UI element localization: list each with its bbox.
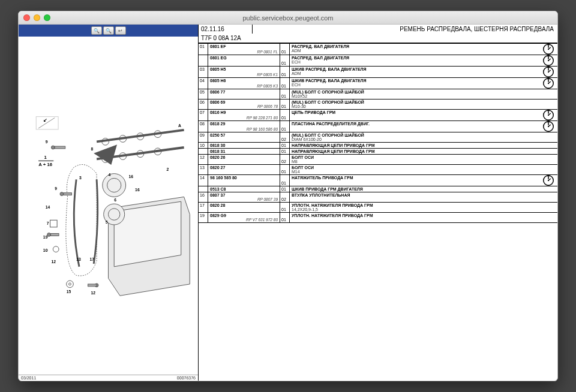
part-row[interactable]: 0818 31 01 НАПРАВЛЯЮЩАЯ ЦЕПИ ПРИВОДА ГРМ [199,149,557,155]
part-row[interactable]: 12 0820 26 02 БОЛТ ОСИ M8 [199,155,557,165]
svg-rect-23 [88,284,97,287]
svg-point-70 [548,114,549,116]
stopwatch-icon[interactable] [543,78,554,89]
part-qty: 01 [280,99,290,109]
part-row[interactable]: 04 0805 H6 RP 0805 K3 01 ШКИВ РАСПРЕД. В… [199,78,557,89]
zoom-in-button[interactable]: 🔍 [91,26,102,35]
part-number: 09 [199,132,208,142]
part-row[interactable]: 13 0820 27 01 БОЛТ ОСИ M14 [199,165,557,175]
part-stopwatch-cell [539,155,557,164]
svg-rect-75 [547,122,550,123]
part-qty: 01 [280,89,290,99]
part-ref: 0250 57 [210,133,278,137]
zoom-out-button[interactable]: 🔍 [103,26,114,35]
stopwatch-icon[interactable] [543,175,554,186]
stopwatch-icon[interactable] [543,121,554,132]
part-stopwatch-cell [539,121,557,132]
part-ref-cell: 0816 H9 RP 98 228 271 80 [208,110,280,120]
svg-text:12: 12 [51,260,56,264]
part-ref-cell: 0820 26 [208,155,280,164]
part-name: УПЛОТН. НАТЯЖИТЕЛЯ ПРИВОДА ГРМ [292,203,538,207]
reset-button[interactable]: ↩ [115,26,126,35]
part-qty: 01 [280,213,290,222]
part-stopwatch-cell [539,213,557,222]
part-spec: ADM [292,71,538,76]
part-row[interactable]: 08 0818 29 RP 98 160 586 80 01 ПЛАСТИНА … [199,121,557,132]
part-number: 14 [199,175,208,186]
diagram-footer: 03/2011 00076376 [19,375,198,381]
svg-rect-67 [547,79,550,80]
part-stopwatch-cell [539,110,557,120]
part-rp: RP 0806 78 [210,104,278,108]
part-desc-cell: (MUL) БОЛТ С ОПОРНОЙ ШАЙБОЙ M10X52 [290,89,539,99]
diagram-area[interactable]: 9 8 A 3 4 16 16 2 9 14 7 19 10 12 [19,37,198,375]
svg-text:7: 7 [47,221,49,225]
part-desc-cell: ЦЕПЬ ПРИВОДА ГРМ [290,110,539,120]
part-ref: 0801 EF [210,44,278,49]
part-ref-cell: 0807 37 RP 0807 39 [208,192,280,202]
svg-rect-25 [50,220,58,227]
part-row[interactable]: 14 98 160 585 80 01 НАТЯЖИТЕЛЬ ПРИВОДА Г… [199,175,557,186]
part-ref-cell: 0513 C8 [208,186,280,192]
part-ref: 0807 37 [210,193,278,197]
part-stopwatch-cell [539,149,557,154]
part-ref-cell: 0806 77 [208,89,280,99]
part-row[interactable]: 05 0806 77 01 (MUL) БОЛТ С ОПОРНОЙ ШАЙБО… [199,89,557,99]
diagram-code: 00076376 [177,376,196,380]
stopwatch-icon[interactable] [543,44,554,55]
part-row[interactable]: 06 0806 69 RP 0806 78 01 (MUL) БОЛТ С ОП… [199,99,557,110]
part-ref: 0801 EG [210,56,278,60]
svg-text:10: 10 [43,248,48,252]
maximize-icon[interactable] [44,14,50,21]
part-number: 19 [199,213,208,222]
part-qty: 01 [280,149,290,154]
svg-text:6: 6 [114,198,116,202]
part-number: 08 [199,121,208,132]
svg-text:A + 16: A + 16 [38,162,52,167]
svg-text:17: 17 [89,257,94,261]
part-row[interactable]: 03 0805 H5 RP 0805 K1 01 ШКИВ РАСПРЕД. В… [199,67,557,78]
close-icon[interactable] [23,14,30,21]
part-row[interactable]: 19 0829 G9 RP V7 631 972 80 01 УПЛОТН. Н… [199,213,557,223]
svg-rect-73 [548,122,549,125]
svg-point-54 [548,49,549,50]
stopwatch-icon[interactable] [543,110,554,120]
part-stopwatch-cell [539,175,557,186]
part-rp: RP 0807 39 [210,197,278,201]
stopwatch-icon[interactable] [543,55,554,66]
part-row[interactable]: 10 0818 30 01 НАПРАВЛЯЮЩАЯ ЦЕПИ ПРИВОДА … [199,143,557,149]
part-qty: 01 [280,67,290,77]
part-row[interactable]: 0513 C8 01 ШКИВ ПРИВОДА ГРМ ДВИГАТЕЛЯ [199,186,557,192]
svg-text:5: 5 [106,220,108,224]
part-stopwatch-cell [539,132,557,142]
part-stopwatch-cell [539,44,557,55]
part-qty: 01 [280,55,290,66]
svg-point-18 [47,233,51,237]
part-ref-cell: 0806 69 RP 0806 78 [208,99,280,109]
svg-rect-65 [548,79,549,82]
part-stopwatch-cell [539,55,557,66]
part-name: НАТЯЖИТЕЛЬ ПРИВОДА ГРМ [292,176,538,180]
part-row[interactable]: 07 0816 H9 RP 98 228 271 80 01 ЦЕПЬ ПРИВ… [199,110,557,121]
parts-list[interactable]: 01 0801 EF RP 0801 FL 01 РАСПРЕД. ВАЛ ДВ… [199,44,557,381]
content: 🔍 🔍 ↩ [19,25,557,381]
svg-point-74 [548,126,549,127]
part-ref: 0513 C8 [210,187,278,191]
part-spec: M10-30 [292,104,538,108]
part-desc-cell: УПЛОТН. НАТЯЖИТЕЛЯ ПРИВОДА ГРМ 14,2X20,9… [290,203,539,212]
part-row[interactable]: 01 0801 EF RP 0801 FL 01 РАСПРЕД. ВАЛ ДВ… [199,44,557,55]
part-row[interactable]: 17 0820 28 01 УПЛОТН. НАТЯЖИТЕЛЯ ПРИВОДА… [199,203,557,213]
part-ref-cell: 0829 G9 RP V7 631 972 80 [208,213,280,222]
svg-text:15: 15 [67,290,71,294]
svg-point-24 [53,246,59,252]
part-row[interactable]: 0801 EG 01 РАСПРЕД. ВАЛ ДВИГАТЕЛЯ ECH [199,55,557,67]
part-number [199,55,208,66]
part-ref: 0818 29 [210,122,278,126]
part-name: ШКИВ РАСПРЕД. ВАЛА ДВИГАТЕЛЯ [292,67,538,71]
minimize-icon[interactable] [34,14,40,21]
stopwatch-icon[interactable] [543,67,554,77]
part-row[interactable]: 16 0807 37 RP 0807 39 02 ВТУЛКА УПЛОТНИТ… [199,192,557,203]
part-rp: RP 98 228 271 80 [210,116,278,120]
part-ref: 0805 H6 [210,79,278,83]
part-row[interactable]: 09 0250 57 02 (MUL) БОЛТ С ОПОРНОЙ ШАЙБО… [199,132,557,143]
